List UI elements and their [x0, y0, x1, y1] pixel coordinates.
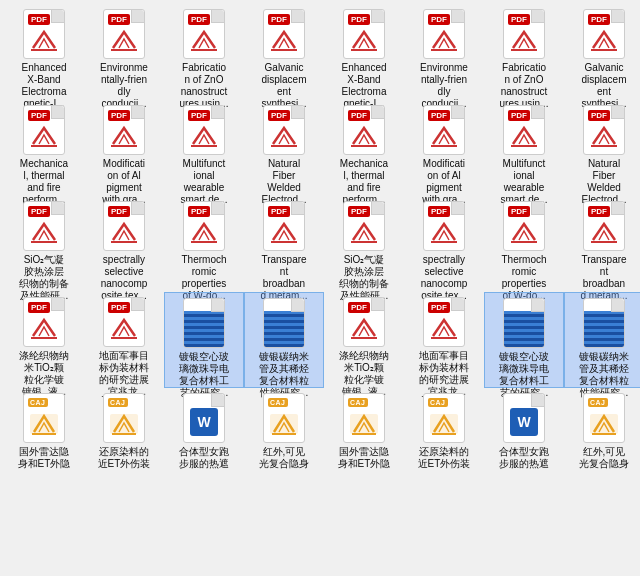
list-item[interactable]: PDF Natural Fiber Welded Electrod...: [244, 100, 324, 196]
list-item[interactable]: PDF spectrally selective nanocomp osite …: [404, 196, 484, 292]
pdf-icon: PDF: [580, 104, 628, 156]
list-item[interactable]: W合体型女跑 步服的热遮: [164, 388, 244, 484]
word-icon: W: [180, 392, 228, 444]
file-label: 红外,可见 光复合隐身: [579, 446, 629, 470]
pdf-icon: PDF: [180, 8, 228, 60]
pdf-icon: PDF: [100, 104, 148, 156]
file-grid: PDF Enhanced X-Band Electroma gnetic-I..…: [0, 0, 640, 576]
list-item[interactable]: PDF Multifunct ional wearable smart de..…: [164, 100, 244, 196]
pdf-icon: PDF: [100, 8, 148, 60]
list-item[interactable]: PDF Thermoch romic properties of W-do...: [484, 196, 564, 292]
list-item[interactable]: PDF Enhanced X-Band Electroma gnetic-I..…: [324, 4, 404, 100]
list-item[interactable]: CAJ 国外雷达隐 身和ET外隐: [4, 388, 84, 484]
list-item[interactable]: PDF Galvanic displacem ent synthesi...: [564, 4, 640, 100]
stripe-icon: [180, 297, 228, 349]
file-label: 国外雷达隐 身和ET外隐: [338, 446, 391, 470]
list-item[interactable]: PDF Fabricatio n of ZnO nanostruct ures …: [164, 4, 244, 100]
stripe-icon: [580, 297, 628, 349]
file-label: 合体型女跑 步服的热遮: [179, 446, 229, 470]
list-item[interactable]: CAJ 红外,可见 光复合隐身: [564, 388, 640, 484]
list-item[interactable]: PDF Mechanica l, thermal and fire perfor…: [4, 100, 84, 196]
pdf-icon: PDF: [580, 8, 628, 60]
caj-icon: CAJ: [340, 392, 388, 444]
list-item[interactable]: PDF Fabricatio n of ZnO nanostruct ures …: [484, 4, 564, 100]
list-item[interactable]: 镀银空心玻 璃微珠导电 复合材料工 艺的研究...: [164, 292, 244, 388]
pdf-icon: PDF: [20, 200, 68, 252]
pdf-icon: PDF: [420, 296, 468, 348]
pdf-icon: PDF: [500, 200, 548, 252]
list-item[interactable]: CAJ 还原染料的 近ET外伤装: [84, 388, 164, 484]
caj-icon: CAJ: [100, 392, 148, 444]
stripe-icon: [500, 297, 548, 349]
list-item[interactable]: PDF Environme ntally-frien dly conducii.…: [84, 4, 164, 100]
pdf-icon: PDF: [500, 104, 548, 156]
stripe-icon: [260, 297, 308, 349]
pdf-icon: PDF: [260, 104, 308, 156]
pdf-icon: PDF: [260, 8, 308, 60]
list-item[interactable]: PDF Multifunct ional wearable smart de..…: [484, 100, 564, 196]
pdf-icon: PDF: [260, 200, 308, 252]
list-item[interactable]: PDF spectrally selective nanocomp osite …: [84, 196, 164, 292]
pdf-icon: PDF: [340, 104, 388, 156]
pdf-icon: PDF: [420, 200, 468, 252]
list-item[interactable]: PDF Mechanica l, thermal and fire perfor…: [324, 100, 404, 196]
list-item[interactable]: 镀银空心玻 璃微珠导电 复合材料工 艺的研究...: [484, 292, 564, 388]
list-item[interactable]: CAJ 红外,可见 光复合隐身: [244, 388, 324, 484]
caj-icon: CAJ: [420, 392, 468, 444]
list-item[interactable]: PDF Natural Fiber Welded Electrod...: [564, 100, 640, 196]
list-item[interactable]: CAJ 国外雷达隐 身和ET外隐: [324, 388, 404, 484]
list-item[interactable]: 镀银碳纳米 管及其稀烃 复合材料粒 性能研究...: [564, 292, 640, 388]
list-item[interactable]: PDF Modificati on of Al pigment with gra…: [404, 100, 484, 196]
list-item[interactable]: PDF Galvanic displacem ent synthesi...: [244, 4, 324, 100]
pdf-icon: PDF: [20, 296, 68, 348]
pdf-icon: PDF: [100, 200, 148, 252]
pdf-icon: PDF: [420, 104, 468, 156]
pdf-icon: PDF: [100, 296, 148, 348]
file-label: 还原染料的 近ET外伤装: [418, 446, 471, 470]
pdf-icon: PDF: [20, 8, 68, 60]
file-label: 还原染料的 近ET外伤装: [98, 446, 151, 470]
list-item[interactable]: PDF Transpare nt broadban d metam...: [564, 196, 640, 292]
caj-icon: CAJ: [580, 392, 628, 444]
file-label: 合体型女跑 步服的热遮: [499, 446, 549, 470]
list-item[interactable]: PDF 涤纶织物纳 米TiO₂颗 粒化学镀 镀银, 液...: [324, 292, 404, 388]
pdf-icon: PDF: [340, 296, 388, 348]
pdf-icon: PDF: [420, 8, 468, 60]
list-item[interactable]: PDF Environme ntally-frien dly conducii.…: [404, 4, 484, 100]
list-item[interactable]: PDF Thermoch romic properties of W-do...: [164, 196, 244, 292]
list-item[interactable]: 镀银碳纳米 管及其稀烃 复合材料粒 性能研究...: [244, 292, 324, 388]
caj-icon: CAJ: [260, 392, 308, 444]
pdf-icon: PDF: [20, 104, 68, 156]
pdf-icon: PDF: [180, 200, 228, 252]
word-icon: W: [500, 392, 548, 444]
pdf-icon: PDF: [180, 104, 228, 156]
list-item[interactable]: PDF SiO₂气凝 胶热涂层 织物的制备 及性能研...: [324, 196, 404, 292]
caj-icon: CAJ: [20, 392, 68, 444]
list-item[interactable]: CAJ 还原染料的 近ET外伤装: [404, 388, 484, 484]
list-item[interactable]: PDF 地面军事目 标伪装材料 的研究进展 _宜兆龙...: [84, 292, 164, 388]
file-label: 红外,可见 光复合隐身: [259, 446, 309, 470]
list-item[interactable]: PDF Enhanced X-Band Electroma gnetic-I..…: [4, 4, 84, 100]
pdf-icon: PDF: [580, 200, 628, 252]
list-item[interactable]: PDF 涤纶织物纳 米TiO₂颗 粒化学镀 镀银, 液...: [4, 292, 84, 388]
pdf-icon: PDF: [340, 200, 388, 252]
list-item[interactable]: PDF 地面军事目 标伪装材料 的研究进展 _宜兆龙...: [404, 292, 484, 388]
list-item[interactable]: W合体型女跑 步服的热遮: [484, 388, 564, 484]
file-label: 国外雷达隐 身和ET外隐: [18, 446, 71, 470]
list-item[interactable]: PDF Modificati on of Al pigment with gra…: [84, 100, 164, 196]
list-item[interactable]: PDF Transpare nt broadban d metam...: [244, 196, 324, 292]
pdf-icon: PDF: [500, 8, 548, 60]
list-item[interactable]: PDF SiO₂气凝 胶热涂层 织物的制备 及性能研...: [4, 196, 84, 292]
pdf-icon: PDF: [340, 8, 388, 60]
